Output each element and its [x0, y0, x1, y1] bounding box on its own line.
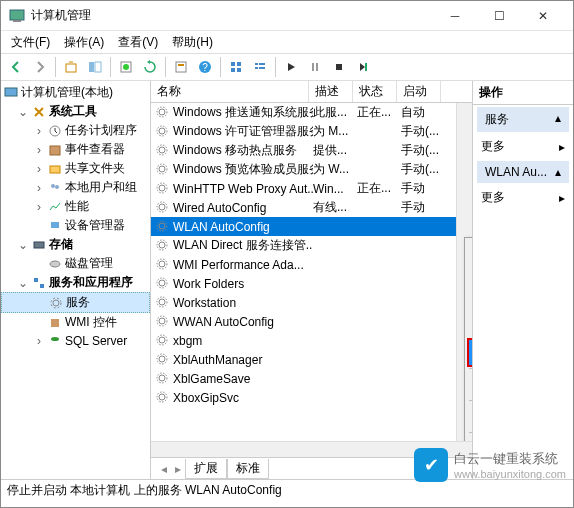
stop-service-button[interactable]: [328, 56, 350, 78]
navigation-tree[interactable]: 计算机管理(本地) ⌄系统工具 ›任务计划程序 ›事件查看器 ›共享文件夹 ›本…: [1, 81, 151, 479]
tree-sql-server[interactable]: ›SQL Server: [1, 332, 150, 350]
tab-extended[interactable]: 扩展: [185, 459, 227, 479]
ctx-properties[interactable]: 属性(R): [467, 436, 472, 441]
col-desc[interactable]: 描述: [309, 81, 353, 102]
tree-disk-management[interactable]: 磁盘管理: [1, 254, 150, 273]
tree-event-viewer[interactable]: ›事件查看器: [1, 140, 150, 159]
svg-point-37: [51, 337, 59, 341]
svg-rect-18: [259, 67, 265, 69]
table-row[interactable]: Workstation: [151, 293, 472, 312]
show-hide-button[interactable]: [84, 56, 106, 78]
minimize-button[interactable]: ─: [433, 1, 477, 31]
tree-services-apps[interactable]: ⌄服务和应用程序: [1, 273, 150, 292]
ctx-stop[interactable]: 停止(O): [467, 265, 472, 290]
menu-action[interactable]: 操作(A): [58, 32, 110, 53]
table-row[interactable]: XblGameSave: [151, 369, 472, 388]
table-row[interactable]: Windows 预览体验成员服务为 W...手动(...: [151, 160, 472, 179]
restart-service-button[interactable]: [352, 56, 374, 78]
cell-name: Wired AutoConfig: [173, 201, 313, 215]
table-row[interactable]: WinHTTP Web Proxy Aut...Win...正在...手动: [151, 179, 472, 198]
gear-icon: [155, 162, 171, 178]
up-button[interactable]: [60, 56, 82, 78]
ctx-refresh[interactable]: 刷新(F): [467, 404, 472, 429]
table-row[interactable]: Windows 推送通知系统服务此服...正在...自动: [151, 103, 472, 122]
tree-system-tools[interactable]: ⌄系统工具: [1, 102, 150, 121]
svg-rect-30: [34, 242, 44, 248]
menu-help[interactable]: 帮助(H): [166, 32, 219, 53]
menu-file[interactable]: 文件(F): [5, 32, 56, 53]
cell-desc: Win...: [313, 182, 357, 196]
svg-point-64: [159, 356, 165, 362]
cell-name: Windows 移动热点服务: [173, 142, 313, 159]
list-body[interactable]: Windows 推送通知系统服务此服...正在...自动Windows 许可证管…: [151, 103, 472, 441]
tree-storage[interactable]: ⌄存储: [1, 235, 150, 254]
tab-scroll-left[interactable]: ◂: [157, 462, 171, 476]
tree-services[interactable]: 服务: [1, 292, 150, 313]
col-startup[interactable]: 启动: [397, 81, 441, 102]
ctx-start[interactable]: 启动(S): [467, 240, 472, 265]
pause-service-button[interactable]: [304, 56, 326, 78]
start-service-button[interactable]: [280, 56, 302, 78]
table-row[interactable]: Work Folders: [151, 274, 472, 293]
menu-view[interactable]: 查看(V): [112, 32, 164, 53]
tree-wmi[interactable]: WMI 控件: [1, 313, 150, 332]
tree-task-scheduler[interactable]: ›任务计划程序: [1, 121, 150, 140]
actions-more[interactable]: 更多▸: [473, 134, 573, 159]
cell-name: XblAuthManager: [173, 353, 313, 367]
table-row[interactable]: xbgm: [151, 331, 472, 350]
tree-shared-folders[interactable]: ›共享文件夹: [1, 159, 150, 178]
cell-desc: 为 W...: [313, 161, 357, 178]
help-button[interactable]: ?: [194, 56, 216, 78]
sql-icon: [47, 333, 63, 349]
tools-icon: [31, 104, 47, 120]
tab-standard[interactable]: 标准: [227, 459, 269, 479]
view-large-button[interactable]: [225, 56, 247, 78]
table-row[interactable]: WLAN AutoConfig: [151, 217, 472, 236]
tree-performance[interactable]: ›性能: [1, 197, 150, 216]
actions-more-2[interactable]: 更多▸: [473, 185, 573, 210]
svg-rect-15: [255, 63, 258, 65]
cell-name: Windows 推送通知系统服务: [173, 104, 313, 121]
col-status[interactable]: 状态: [353, 81, 397, 102]
actions-group-services[interactable]: 服务▴: [477, 107, 569, 132]
tree-root[interactable]: 计算机管理(本地): [1, 83, 150, 102]
maximize-button[interactable]: ☐: [477, 1, 521, 31]
tree-local-users[interactable]: ›本地用户和组: [1, 178, 150, 197]
watermark: ✔ 白云一键重装系统 www.baiyunxitong.com: [414, 448, 566, 482]
cell-name: WinHTTP Web Proxy Aut...: [173, 182, 313, 196]
svg-rect-8: [178, 64, 184, 66]
ctx-restart[interactable]: 重新启动(E): [467, 338, 472, 367]
col-name[interactable]: 名称: [151, 81, 309, 102]
table-row[interactable]: XboxGipSvc: [151, 388, 472, 407]
tree-device-manager[interactable]: 设备管理器: [1, 216, 150, 235]
svg-point-27: [51, 184, 55, 188]
table-row[interactable]: WMI Performance Ada...: [151, 255, 472, 274]
forward-button[interactable]: [29, 56, 51, 78]
users-icon: [47, 180, 63, 196]
table-row[interactable]: Wired AutoConfig有线...手动: [151, 198, 472, 217]
export-button[interactable]: [115, 56, 137, 78]
svg-point-54: [159, 261, 165, 267]
table-row[interactable]: Windows 许可证管理器服务为 M...手动(...: [151, 122, 472, 141]
close-button[interactable]: ✕: [521, 1, 565, 31]
svg-rect-36: [51, 319, 59, 327]
table-row[interactable]: WWAN AutoConfig: [151, 312, 472, 331]
actions-group-wlan[interactable]: WLAN Au...▴: [477, 161, 569, 183]
properties-button[interactable]: [170, 56, 192, 78]
ctx-all-tasks[interactable]: 所有任务(K)▸: [467, 372, 472, 397]
refresh-button[interactable]: [139, 56, 161, 78]
table-row[interactable]: Windows 移动热点服务提供...手动(...: [151, 141, 472, 160]
gear-icon: [155, 314, 171, 330]
svg-point-40: [159, 128, 165, 134]
cell-desc: 有线...: [313, 199, 357, 216]
table-row[interactable]: XblAuthManager: [151, 350, 472, 369]
tab-scroll-right[interactable]: ▸: [171, 462, 185, 476]
wmi-icon: [47, 315, 63, 331]
back-button[interactable]: [5, 56, 27, 78]
status-bar: 停止并启动 本地计算机 上的服务 WLAN AutoConfig: [1, 479, 573, 501]
device-icon: [47, 218, 63, 234]
svg-point-6: [123, 64, 129, 70]
gear-icon: [155, 257, 171, 273]
table-row[interactable]: WLAN Direct 服务连接管...: [151, 236, 472, 255]
view-details-button[interactable]: [249, 56, 271, 78]
